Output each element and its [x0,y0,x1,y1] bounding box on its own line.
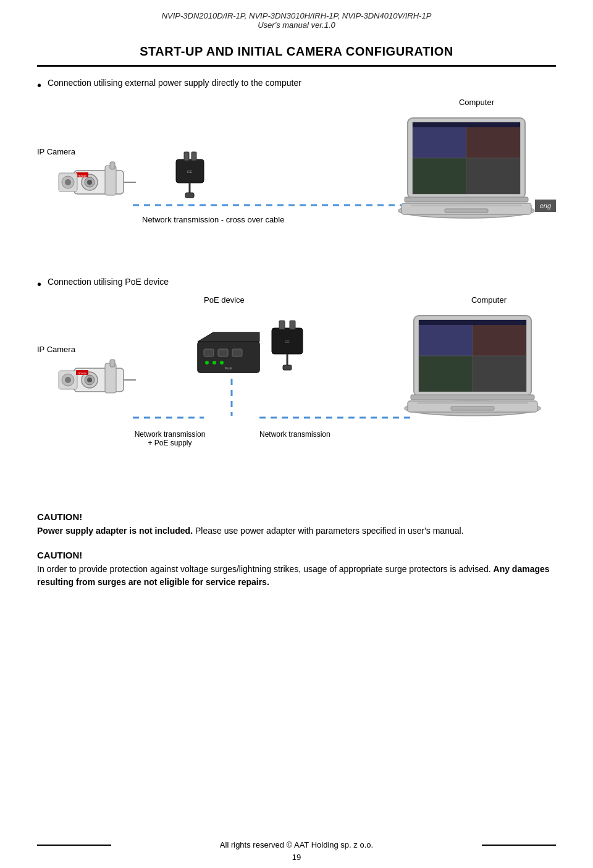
dashed-line-1 [133,201,423,209]
svg-text:CE: CE [285,340,290,343]
svg-point-11 [65,179,71,185]
poe-device-icon: PoE [195,329,263,379]
svg-text:PoE: PoE [225,366,232,370]
svg-rect-23 [413,158,466,194]
svg-rect-65 [419,356,473,392]
footer-line-left [37,845,111,846]
ip-camera-icon-2: novus [56,357,136,400]
diagram1: Computer IP Camera novus [37,98,556,264]
svg-rect-71 [451,407,494,410]
label-network-poe: Network transmission + PoE supply [133,430,207,447]
svg-point-49 [220,361,224,364]
svg-rect-16 [185,193,194,198]
svg-rect-22 [466,122,520,158]
label-computer-1: Computer [459,98,494,107]
bullet-1-text: Connection utilising external power supp… [48,78,301,88]
svg-rect-56 [283,365,292,370]
caution-title-1: CAUTION! [37,512,556,522]
svg-rect-13 [184,152,189,161]
svg-rect-66 [473,356,526,392]
svg-rect-67 [419,320,526,325]
header-subtitle: User's manual ver.1.0 [37,20,556,30]
laptop-icon-1 [395,115,537,238]
caution-text-1: Power supply adapter is not included. Pl… [37,525,556,537]
dashed-line-2b [225,379,238,416]
svg-point-48 [212,361,216,364]
label-ip-camera-2: IP Camera [37,345,75,354]
svg-rect-44 [204,349,214,356]
power-adapter-icon-1: CE [167,147,216,196]
dashed-line-2c [259,411,414,424]
svg-point-34 [87,377,92,382]
laptop-icon-2 [402,313,544,430]
svg-rect-46 [232,349,242,356]
svg-point-47 [205,361,209,364]
title-divider [37,65,556,67]
caution1-line1: Power supply adapter is not included. [37,526,193,536]
bullet-2: • Connection utilising PoE device [37,277,556,290]
eng-badge: eng [535,200,556,212]
svg-rect-63 [419,320,473,356]
caution-text-2: In order to provide protection against v… [37,563,556,589]
caution-title-2: CAUTION! [37,550,556,560]
bullet-2-text: Connection utilising PoE device [48,277,169,287]
page-footer: All rights reserved © AAT Holding sp. z … [37,840,556,849]
label-network-2: Network transmission [259,430,330,439]
svg-rect-45 [218,349,228,356]
ip-camera-icon-1: novus [56,159,136,203]
svg-rect-26 [405,197,528,202]
footer-text: All rights reserved © AAT Holding sp. z … [220,840,373,849]
svg-rect-14 [191,152,196,161]
svg-rect-4 [105,166,116,195]
svg-rect-54 [290,321,295,329]
caution-section-2: CAUTION! In order to provide protection … [37,550,556,589]
svg-point-3 [87,180,92,185]
dashed-line-2a [133,411,204,424]
svg-rect-36 [110,360,115,367]
svg-rect-35 [105,363,116,393]
diagram2: PoE device Computer IP Camera novus [37,295,556,499]
bullet-1: • Connection utilising external power su… [37,78,556,91]
power-brick-icon-2: CE [266,317,309,373]
label-network-1: Network transmission - cross over cable [142,215,284,224]
svg-rect-30 [411,204,522,206]
svg-rect-21 [413,122,466,158]
svg-text:CE: CE [187,170,192,174]
svg-rect-24 [466,158,520,194]
svg-text:novus: novus [78,371,86,375]
bullet-icon-1: • [37,79,41,91]
svg-rect-5 [110,162,115,169]
header-title: NVIP-3DN2010D/IR-1P, NVIP-3DN3010H/IRH-1… [37,11,556,20]
caution-section-1: CAUTION! Power supply adapter is not inc… [37,512,556,537]
section-title: START-UP AND INITIAL CAMERA CONFIGURATIO… [37,44,556,59]
svg-rect-53 [279,321,285,329]
page-number: 19 [0,853,593,862]
caution2-line1: In order to provide protection against v… [37,564,491,574]
svg-marker-51 [198,332,259,342]
footer-line-right [482,845,556,846]
label-poe-device: PoE device [204,295,245,305]
bullet-icon-2: • [37,278,41,290]
label-ip-camera-1: IP Camera [37,147,75,156]
svg-text:novus: novus [78,174,86,177]
caution1-line2: Please use power adapter with parameters… [195,526,464,536]
svg-rect-25 [413,122,520,127]
page-header: NVIP-3DN2010D/IR-1P, NVIP-3DN3010H/IRH-1… [37,0,556,33]
svg-rect-68 [411,395,534,400]
svg-rect-72 [417,402,528,404]
label-computer-2: Computer [471,295,507,305]
svg-rect-29 [445,209,488,213]
svg-point-40 [65,377,71,383]
svg-rect-64 [473,320,526,356]
